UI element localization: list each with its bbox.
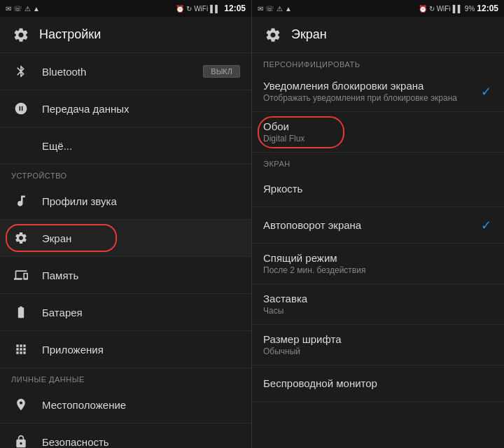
personal-section-label: ЛИЧНЫЕ ДАННЫЕ xyxy=(0,368,251,386)
refresh-icon: ↻ xyxy=(186,5,192,13)
screen-title: Экран xyxy=(291,27,327,42)
signal-icon-r: ▌▌ xyxy=(453,5,463,13)
sleep-subtitle: После 2 мин. бездействия xyxy=(263,265,493,275)
phone-icon: ☏ xyxy=(13,5,22,13)
security-label: Безопасность xyxy=(42,436,240,448)
alarm-icon-r: ⏰ xyxy=(419,5,427,13)
font-size-subtitle: Обычный xyxy=(263,346,493,356)
sound-label: Профили звука xyxy=(42,195,240,207)
location-icon xyxy=(11,395,31,414)
lock-notifications-check: ✓ xyxy=(479,85,493,99)
screensaver-subtitle: Часы xyxy=(263,306,493,316)
left-status-right: ⏰ ↻ WiFi ▌▌ 12:05 xyxy=(176,4,246,13)
brightness-title: Яркость xyxy=(263,183,493,195)
refresh-icon-r: ↻ xyxy=(429,5,435,13)
status-bar-right: ✉ ☏ ⚠ ▲ ⏰ ↻ WiFi ▌▌ 9% 12:05 xyxy=(252,0,504,17)
msg-icon-r: ✉ xyxy=(258,5,263,13)
right-status-icons: ✉ ☏ ⚠ ▲ xyxy=(258,5,292,13)
location-label: Местоположение xyxy=(42,399,240,411)
brightness-text: Яркость xyxy=(263,183,493,195)
screen-label: Экран xyxy=(42,232,240,244)
right-item-font-size[interactable]: Размер шрифта Обычный xyxy=(252,325,504,365)
settings-item-screen[interactable]: Экран xyxy=(0,220,251,257)
settings-item-sound[interactable]: Профили звука xyxy=(0,183,251,220)
settings-list: Bluetooth ВЫКЛ Передача данных Ещё... УС xyxy=(0,53,251,448)
status-bar-left: ✉ ☏ ⚠ ▲ ⏰ ↻ WiFi ▌▌ 12:05 xyxy=(0,0,252,17)
time-left: 12:05 xyxy=(224,4,246,13)
triangle-icon: ▲ xyxy=(33,5,40,13)
sleep-title: Спящий режим xyxy=(263,252,493,264)
memory-icon xyxy=(11,265,31,285)
right-item-brightness[interactable]: Яркость xyxy=(252,171,504,207)
signal-icon: ▌▌ xyxy=(210,5,220,13)
right-panel: Экран ПЕРСОНИФИЦИРОВАТЬ Уведомления блок… xyxy=(252,17,504,448)
msg-icon: ✉ xyxy=(6,5,11,13)
lock-notifications-title: Уведомления блокировки экрана xyxy=(263,80,479,92)
left-panel-header: Настройки xyxy=(0,17,251,53)
data-transfer-icon xyxy=(11,99,31,118)
autorotate-check: ✓ xyxy=(479,218,493,232)
wallpaper-text: Обои Digital Flux xyxy=(263,120,493,144)
right-item-sleep[interactable]: Спящий режим После 2 мин. бездействия xyxy=(252,244,504,284)
battery-right: 9% xyxy=(465,5,475,13)
alarm-icon: ⏰ xyxy=(176,5,184,13)
battery-icon xyxy=(11,302,31,322)
font-size-text: Размер шрифта Обычный xyxy=(263,333,493,356)
right-panel-header: Экран xyxy=(252,17,504,53)
right-item-screensaver[interactable]: Заставка Часы xyxy=(252,284,504,325)
screen-icon xyxy=(11,228,31,248)
apps-label: Приложения xyxy=(42,344,240,356)
settings-item-more[interactable]: Ещё... xyxy=(0,127,251,164)
screen-gear-icon xyxy=(263,25,283,45)
autorotate-title: Автоповорот экрана xyxy=(263,219,479,231)
phone-icon-r: ☏ xyxy=(265,5,274,13)
screensaver-title: Заставка xyxy=(263,293,493,304)
bluetooth-badge: ВЫКЛ xyxy=(203,65,240,78)
autorotate-text: Автоповорот экрана xyxy=(263,219,479,231)
settings-item-memory[interactable]: Память xyxy=(0,257,251,294)
right-settings-list: ПЕРСОНИФИЦИРОВАТЬ Уведомления блокировки… xyxy=(252,53,504,448)
wallpaper-subtitle: Digital Flux xyxy=(263,134,493,144)
screen-section-label: ЭКРАН xyxy=(252,153,504,171)
status-bar: ✉ ☏ ⚠ ▲ ⏰ ↻ WiFi ▌▌ 12:05 ✉ ☏ ⚠ ▲ ⏰ ↻ Wi… xyxy=(0,0,504,17)
lock-notifications-subtitle: Отображать уведомления при блокировке эк… xyxy=(263,93,479,103)
device-section-label: УСТРОЙСТВО xyxy=(0,164,251,183)
right-item-wireless-display[interactable]: Беспроводной монитор xyxy=(252,365,504,402)
time-right: 12:05 xyxy=(477,4,498,13)
settings-item-bluetooth[interactable]: Bluetooth ВЫКЛ xyxy=(0,53,251,90)
font-size-title: Размер шрифта xyxy=(263,333,493,345)
wireless-display-text: Беспроводной монитор xyxy=(263,377,493,389)
screensaver-text: Заставка Часы xyxy=(263,293,493,316)
settings-title: Настройки xyxy=(39,27,101,42)
left-panel: Настройки Bluetooth ВЫКЛ xyxy=(0,17,252,448)
settings-item-data[interactable]: Передача данных xyxy=(0,90,251,127)
settings-item-location[interactable]: Местоположение xyxy=(0,386,251,424)
apps-icon xyxy=(11,340,31,359)
bluetooth-label: Bluetooth xyxy=(42,66,203,78)
warning-icon: ⚠ xyxy=(24,5,31,13)
sound-icon xyxy=(11,191,31,211)
more-icon xyxy=(11,136,31,155)
more-label: Ещё... xyxy=(42,140,240,152)
settings-item-apps[interactable]: Приложения xyxy=(0,331,251,368)
settings-item-security[interactable]: Безопасность xyxy=(0,424,251,448)
wifi-icon: WiFi xyxy=(194,5,208,13)
warning-icon-r: ⚠ xyxy=(276,5,283,13)
battery-label: Батарея xyxy=(42,307,240,318)
wallpaper-title: Обои xyxy=(263,120,493,132)
memory-label: Память xyxy=(42,270,240,281)
bluetooth-icon xyxy=(11,62,31,81)
personalize-section-label: ПЕРСОНИФИЦИРОВАТЬ xyxy=(252,53,504,71)
right-item-lock-notifications[interactable]: Уведомления блокировки экрана Отображать… xyxy=(252,71,504,112)
triangle-icon-r: ▲ xyxy=(285,5,292,13)
right-item-autorotate[interactable]: Автоповорот экрана ✓ xyxy=(252,207,504,244)
left-status-icons: ✉ ☏ ⚠ ▲ xyxy=(6,5,40,13)
right-item-wallpaper[interactable]: Обои Digital Flux xyxy=(252,112,504,153)
lock-notifications-text: Уведомления блокировки экрана Отображать… xyxy=(263,80,479,103)
main-content: Настройки Bluetooth ВЫКЛ xyxy=(0,17,504,448)
wireless-display-title: Беспроводной монитор xyxy=(263,377,493,389)
settings-item-battery[interactable]: Батарея xyxy=(0,294,251,331)
settings-gear-icon xyxy=(11,25,31,45)
security-icon xyxy=(11,432,31,448)
wifi-icon-r: WiFi xyxy=(437,5,451,13)
